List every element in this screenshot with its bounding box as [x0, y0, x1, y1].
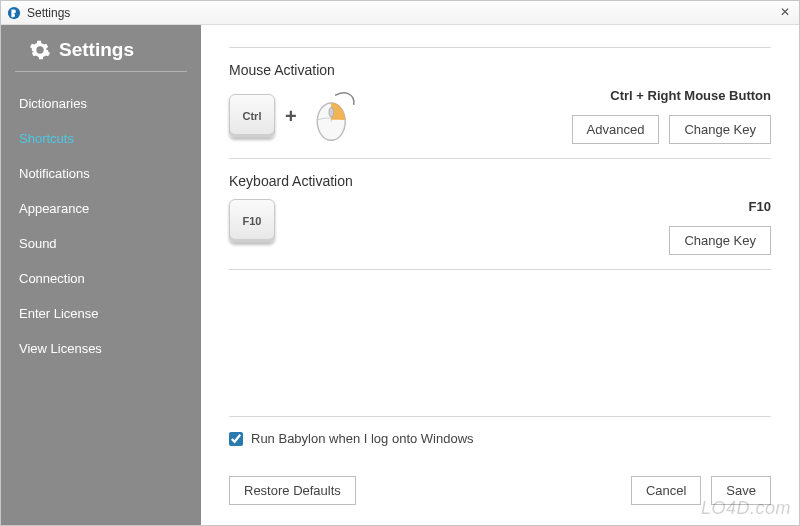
run-on-logon-row[interactable]: Run Babylon when I log onto Windows [229, 416, 771, 446]
sidebar-title: Settings [59, 39, 134, 61]
keyboard-activation-row: F10 F10 Change Key [229, 199, 771, 255]
mouse-activation-visual: Ctrl + [229, 88, 363, 144]
keyboard-activation-right: F10 Change Key [669, 199, 771, 255]
keyboard-change-key-button[interactable]: Change Key [669, 226, 771, 255]
main-panel: Mouse Activation Ctrl + [201, 25, 799, 525]
window-title: Settings [27, 6, 70, 20]
mouse-activation-title: Mouse Activation [229, 62, 771, 78]
plus-icon: + [285, 105, 297, 128]
sidebar-header: Settings [15, 39, 187, 72]
sidebar-item-dictionaries[interactable]: Dictionaries [1, 86, 201, 121]
ctrl-keycap: Ctrl [229, 94, 275, 138]
save-button[interactable]: Save [711, 476, 771, 505]
sidebar-item-shortcuts[interactable]: Shortcuts [1, 121, 201, 156]
sidebar: Settings Dictionaries Shortcuts Notifica… [1, 25, 201, 525]
bottom-buttons: Restore Defaults Cancel Save [229, 476, 771, 505]
cancel-button[interactable]: Cancel [631, 476, 701, 505]
gear-icon [29, 39, 51, 61]
sidebar-item-notifications[interactable]: Notifications [1, 156, 201, 191]
settings-window: Settings ✕ Settings Dictionaries Shortcu… [0, 0, 800, 526]
mouse-activation-buttons: Advanced Change Key [572, 115, 771, 144]
sidebar-items: Dictionaries Shortcuts Notifications App… [1, 80, 201, 372]
keyboard-activation-combo: F10 [669, 199, 771, 214]
section-divider-2 [229, 269, 771, 270]
mouse-change-key-button[interactable]: Change Key [669, 115, 771, 144]
app-icon [7, 6, 21, 20]
titlebar: Settings ✕ [1, 1, 799, 25]
keyboard-activation-buttons: Change Key [669, 226, 771, 255]
svg-point-2 [329, 108, 333, 117]
sidebar-item-connection[interactable]: Connection [1, 261, 201, 296]
advanced-button[interactable]: Advanced [572, 115, 660, 144]
restore-defaults-button[interactable]: Restore Defaults [229, 476, 356, 505]
window-body: Settings Dictionaries Shortcuts Notifica… [1, 25, 799, 525]
top-divider [229, 47, 771, 48]
sidebar-item-appearance[interactable]: Appearance [1, 191, 201, 226]
mouse-activation-row: Ctrl + Ctrl + Right Mouse Button [229, 88, 771, 144]
sidebar-item-view-licenses[interactable]: View Licenses [1, 331, 201, 366]
close-button[interactable]: ✕ [777, 5, 793, 21]
mouse-activation-combo: Ctrl + Right Mouse Button [572, 88, 771, 103]
mouse-icon [307, 88, 363, 144]
sidebar-item-sound[interactable]: Sound [1, 226, 201, 261]
sidebar-item-enter-license[interactable]: Enter License [1, 296, 201, 331]
keyboard-activation-title: Keyboard Activation [229, 173, 771, 189]
section-divider-1 [229, 158, 771, 159]
run-on-logon-checkbox[interactable] [229, 432, 243, 446]
keyboard-activation-visual: F10 [229, 199, 275, 243]
content: Mouse Activation Ctrl + [201, 25, 799, 416]
mouse-activation-right: Ctrl + Right Mouse Button Advanced Chang… [572, 88, 771, 144]
run-on-logon-label: Run Babylon when I log onto Windows [251, 431, 474, 446]
f10-keycap: F10 [229, 199, 275, 243]
footer-area: Run Babylon when I log onto Windows Rest… [201, 416, 799, 525]
save-cancel-group: Cancel Save [631, 476, 771, 505]
